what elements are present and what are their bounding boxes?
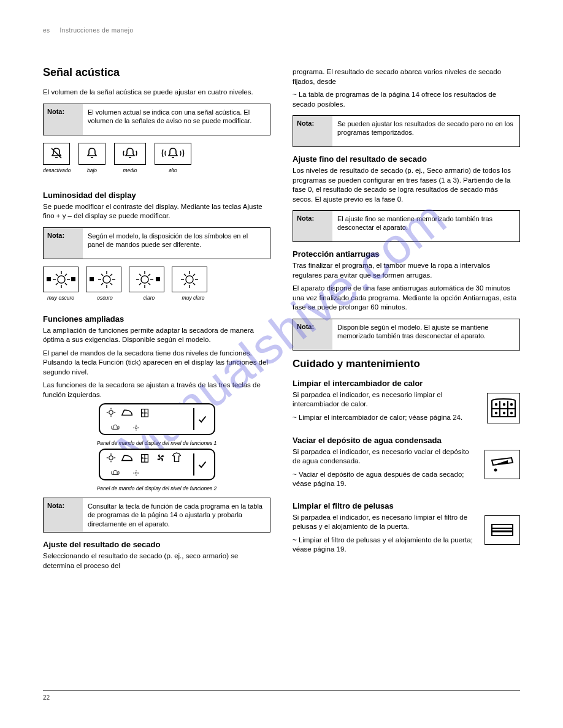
svg-line-28 (148, 283, 150, 285)
svg-point-2 (58, 276, 65, 283)
svg-text:Extra: Extra (142, 412, 148, 414)
brightness-title: Luminosidad del display (43, 191, 270, 200)
svg-line-29 (139, 283, 141, 285)
maint-title: Cuidado y mantenimiento (293, 358, 520, 370)
brightness-intro: Se puede modificar el contraste del disp… (43, 202, 270, 221)
svg-line-37 (184, 274, 186, 276)
heat-title: Limpiar el intercambiador de calor (293, 379, 520, 388)
svg-line-20 (101, 283, 103, 285)
finetune-body: Los niveles de resultado de secado (p. e… (293, 166, 520, 204)
sun-very-bright-icon (172, 267, 207, 292)
svg-line-40 (193, 274, 195, 276)
program-line: programa. El resultado de secado abarca … (293, 67, 520, 86)
sun-bright-icon (129, 267, 164, 292)
right-column: programa. El resultado de secado abarca … (293, 66, 520, 574)
cap-d: muy claro (175, 295, 211, 301)
anti-p1: Tras finalizar el programa, el tambor mu… (293, 261, 520, 280)
cupboard-icon: Extra (139, 407, 150, 418)
buzzer-icons (43, 143, 270, 165)
svg-line-10 (65, 274, 67, 276)
sun-dark-icon (86, 267, 121, 292)
heat-body: Si parpadea el indicador, es necesario l… (293, 390, 520, 409)
iron-icon (121, 453, 134, 462)
cap-a: muy oscuro (43, 295, 79, 301)
svg-point-47 (135, 427, 137, 429)
page-title: Señal acústica (43, 66, 270, 79)
ext-title: Funciones ampliadas (43, 314, 270, 324)
svg-point-22 (141, 276, 148, 283)
note-label: Nota: (293, 211, 332, 241)
note-text: Se pueden ajustar los resultados de seca… (332, 116, 519, 146)
section-label: Instrucciones de manejo (60, 27, 134, 34)
svg-point-69 (495, 412, 497, 414)
cap-med: medio (114, 167, 146, 173)
svg-point-72 (494, 468, 497, 471)
note-label: Nota: (44, 104, 83, 135)
note-buzzer: Nota: El volumen actual se indica con un… (43, 104, 270, 135)
condensate-tank-icon (484, 450, 520, 479)
lint-title: Limpiar el filtro de pelusas (293, 501, 520, 510)
brightness-icons (43, 267, 270, 292)
svg-line-8 (65, 283, 67, 285)
buzzer-captions: desactivado bajo medio alto (43, 167, 270, 173)
svg-point-67 (503, 403, 505, 406)
tick-icon (193, 408, 210, 430)
left-column: Señal acústica El volumen de la señal ac… (43, 29, 270, 574)
note-label: Nota: (293, 116, 332, 146)
panel-level-1: Extra (99, 403, 215, 435)
page-header: es Instrucciones de manejo (43, 27, 520, 34)
svg-line-27 (139, 274, 141, 276)
note-text: Disponible según el modelo. El ajuste se… (332, 319, 519, 350)
note-anti: Nota: Disponible según el modelo. El aju… (293, 319, 520, 351)
note-label: Nota: (44, 498, 83, 532)
tick-icon (193, 453, 210, 476)
brand-label: es (43, 27, 50, 34)
page-number: 22 (43, 694, 50, 701)
page-footer: 22 (43, 690, 520, 701)
svg-text:Extra: Extra (142, 457, 148, 460)
sun-icon (106, 453, 116, 463)
svg-line-39 (184, 283, 186, 285)
iron-icon (121, 408, 134, 417)
note-text: El volumen actual se indica con una seña… (83, 104, 270, 135)
sun-icon (106, 408, 116, 417)
svg-line-38 (193, 283, 195, 285)
note-label: Nota: (293, 319, 332, 350)
cond-title: Vaciar el depósito de agua condensada (293, 436, 520, 445)
set-drying-title: Ajuste del resultado de secado (43, 540, 270, 549)
svg-rect-11 (71, 277, 75, 281)
ext-p1: La ampliación de funciones permite adapt… (43, 326, 270, 345)
note-finetune: Nota: El ajuste fino se mantiene memoriz… (293, 210, 520, 242)
program-line2: ~ La tabla de programas de la página 14 … (293, 90, 520, 109)
bell-off-icon (43, 143, 70, 165)
anti-title: Protección antiarrugas (293, 249, 520, 259)
sun-small-icon (132, 424, 140, 431)
heat-exchanger-icon (487, 393, 520, 423)
cap-b: oscuro (87, 295, 123, 301)
cap-hi: alto (155, 167, 191, 173)
note-program: Nota: Se pueden ajustar los resultados d… (293, 115, 520, 147)
svg-rect-73 (492, 525, 513, 536)
svg-line-19 (110, 283, 112, 285)
svg-line-18 (101, 274, 103, 276)
brightness-captions: muy oscuro oscuro claro muy claro (43, 295, 270, 301)
note-ext: Nota: Consultar la tecla de función de c… (43, 498, 270, 533)
note-label: Nota: (44, 228, 83, 259)
svg-point-32 (186, 276, 193, 283)
sun-very-dark-icon (43, 267, 79, 292)
svg-point-70 (503, 412, 505, 414)
note-text: Consultar la tecla de función de cada pr… (83, 498, 270, 532)
note-text: Según el modelo, la disposición de los s… (83, 228, 270, 259)
svg-point-71 (510, 412, 513, 414)
fan-icon (155, 452, 166, 463)
panel-level-2: Extra (99, 449, 215, 480)
svg-line-7 (56, 274, 58, 276)
set-drying-body: Seleccionando el resultado de secado (p.… (43, 552, 270, 571)
panel-cap-2: Panel de mando del display del nivel de … (43, 485, 270, 491)
ext-p3: Las funciones de la secadora se ajustan … (43, 381, 270, 400)
svg-point-68 (510, 403, 513, 406)
cupboard-icon: Extra (139, 452, 150, 463)
lint-filter-icon (484, 515, 520, 545)
panel-cap-1: Panel de mando del display del nivel de … (43, 440, 270, 446)
note-text: El ajuste fino se mantiene memorizado ta… (332, 211, 519, 241)
